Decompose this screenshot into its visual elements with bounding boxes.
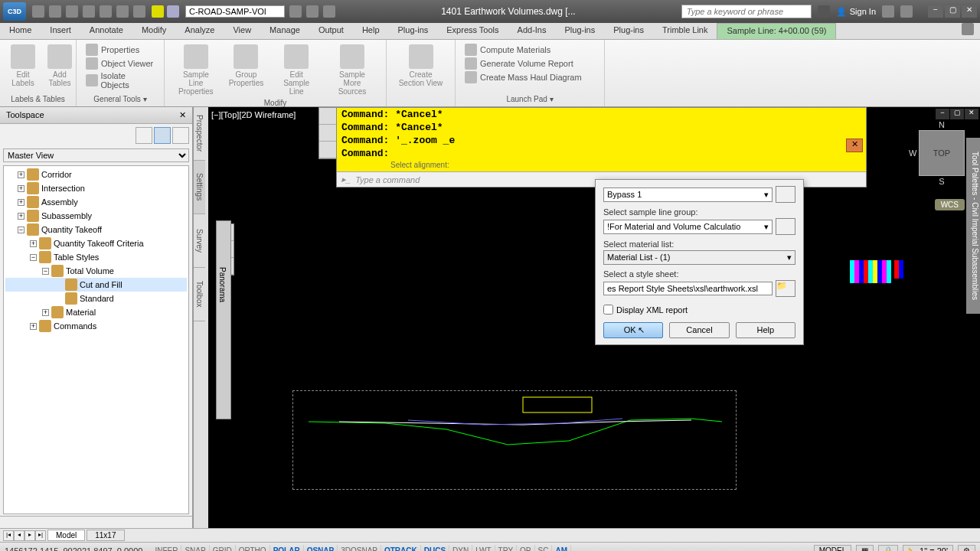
viewport-controls[interactable]: [−][Top][2D Wireframe]	[211, 110, 296, 119]
doc-minimize[interactable]: −	[936, 109, 949, 119]
exchange-icon[interactable]	[882, 5, 894, 18]
tab-prospector[interactable]: Prospector	[194, 107, 205, 161]
last-icon[interactable]: ▸|	[35, 530, 46, 541]
lock-icon[interactable]: 🔒	[878, 545, 898, 551]
plot-icon[interactable]	[100, 5, 112, 18]
status-toggle-sc[interactable]: SC	[535, 545, 553, 551]
expand-icon[interactable]: −	[30, 254, 37, 261]
tab-plugins3[interactable]: Plug-ins	[604, 23, 653, 39]
first-icon[interactable]: |◂	[3, 530, 14, 541]
sample-group-dropdown[interactable]: !For Material and Volume Calculatio ▾	[603, 220, 773, 234]
edit-labels-button[interactable]: Edit Labels	[6, 43, 40, 89]
tab-help[interactable]: Help	[353, 23, 389, 39]
tab-layout[interactable]: 11x17	[87, 530, 124, 541]
checkbox-input[interactable]	[603, 305, 613, 315]
drawing-area[interactable]: [−][Top][2D Wireframe] − ▢ ✕ N S W E TOP…	[208, 107, 980, 528]
tree-item[interactable]: +Corridor	[5, 168, 187, 181]
status-toggle-infer[interactable]: INFER	[152, 545, 181, 551]
toolbar-btn[interactable]	[154, 127, 171, 144]
cancel-button[interactable]: Cancel	[669, 322, 729, 338]
properties-button[interactable]: Properties	[83, 43, 158, 57]
expand-icon[interactable]: −	[42, 268, 49, 275]
cloud-icon[interactable]	[167, 5, 179, 18]
doc-restore[interactable]: ▢	[950, 109, 964, 119]
ribbon-minimize-icon[interactable]	[962, 23, 974, 35]
panorama-tab[interactable]: Panorama	[216, 220, 231, 419]
add-tables-button[interactable]: Add Tables	[43, 43, 77, 89]
saveas-icon[interactable]	[83, 5, 95, 18]
signin-button[interactable]: 👤 Sign In	[836, 7, 876, 17]
isolate-button[interactable]: Isolate Objects	[83, 70, 158, 90]
tab-express[interactable]: Express Tools	[437, 23, 508, 39]
status-toggle-otrack[interactable]: OTRACK	[381, 545, 421, 551]
status-toggle-snap[interactable]: SNAP	[181, 545, 209, 551]
ok-button[interactable]: OK↖	[603, 322, 663, 338]
pick-group-button[interactable]	[776, 218, 795, 235]
tree-item[interactable]: +Quantity Takeoff Criteria	[5, 236, 187, 250]
compute-materials-button[interactable]: Compute Materials	[462, 43, 598, 57]
status-toggle-tpy[interactable]: TPY	[495, 545, 517, 551]
app-logo[interactable]: C3D	[3, 2, 26, 21]
tb-btn[interactable]	[319, 125, 336, 142]
tab-manage[interactable]: Manage	[260, 23, 309, 39]
tree-item[interactable]: +Commands	[5, 319, 187, 333]
prev-icon[interactable]: ◂	[14, 530, 24, 541]
object-viewer-button[interactable]: Object Viewer	[83, 57, 158, 70]
tree-item[interactable]: −Quantity Takeoff	[5, 223, 187, 236]
pick-alignment-button[interactable]	[776, 186, 795, 203]
status-toggle-3dosnap[interactable]: 3DOSNAP	[338, 545, 381, 551]
redo-icon[interactable]	[133, 5, 145, 18]
tb-btn[interactable]	[319, 142, 336, 158]
tab-home[interactable]: Home	[0, 23, 41, 39]
status-toggle-polar[interactable]: POLAR	[270, 545, 304, 551]
tab-context-sampleline[interactable]: Sample Line: 4+00.00 (59)	[717, 23, 836, 39]
settings-tree[interactable]: +Corridor+Intersection+Assembly+Subassem…	[3, 165, 189, 514]
toolbar-btn[interactable]	[172, 127, 189, 144]
tool-palettes-tab[interactable]: Tool Palettes - Civil Imperial Subassemb…	[966, 138, 980, 314]
open-icon[interactable]	[49, 5, 61, 18]
coordinates-display[interactable]: 1456172.1415, 902021.8497, 0.0000	[5, 546, 142, 552]
tree-scrollbar[interactable]	[0, 516, 192, 528]
panel-label[interactable]: General Tools ▾	[83, 93, 158, 103]
tab-trimble[interactable]: Trimble Link	[653, 23, 717, 39]
mass-haul-button[interactable]: Create Mass Haul Diagram	[462, 70, 598, 84]
tab-toolbox[interactable]: Toolbox	[194, 268, 205, 321]
restore-button[interactable]: ▢	[945, 5, 960, 18]
expand-icon[interactable]: +	[30, 323, 37, 330]
annotation-scale[interactable]: 📐 1" = 20'	[903, 545, 953, 552]
stylesheet-field[interactable]: es Report Style Sheets\xsl\earthwork.xsl	[603, 282, 773, 295]
new-icon[interactable]	[32, 5, 44, 18]
expand-icon[interactable]: +	[18, 213, 24, 220]
grid-icon[interactable]: ▦	[856, 545, 874, 551]
bulb-icon[interactable]	[152, 5, 164, 18]
help-button[interactable]: Help	[736, 322, 795, 338]
xml-report-checkbox[interactable]: Display XML report	[603, 305, 795, 315]
tree-item[interactable]: Cut and Fill	[5, 278, 187, 292]
status-toggle-grid[interactable]: GRID	[210, 545, 236, 551]
tab-insert[interactable]: Insert	[41, 23, 80, 39]
tree-item[interactable]: +Intersection	[5, 181, 187, 195]
tab-modify[interactable]: Modify	[132, 23, 175, 39]
toolbar-btn[interactable]	[136, 127, 152, 144]
workspace-dropdown[interactable]	[185, 5, 285, 18]
status-toggle-am[interactable]: AM	[552, 545, 571, 551]
tree-item[interactable]: +Assembly	[5, 195, 187, 209]
tab-annotate[interactable]: Annotate	[80, 23, 132, 39]
help-icon[interactable]	[900, 5, 913, 18]
modelspace-toggle[interactable]: MODEL	[814, 545, 852, 551]
expand-icon[interactable]: +	[18, 199, 24, 206]
create-section-view-button[interactable]: Create Section View	[393, 43, 449, 89]
layers-icon[interactable]	[306, 5, 318, 18]
material-list-dropdown[interactable]: Material List - (1) ▾	[603, 250, 795, 265]
save-icon[interactable]	[66, 5, 78, 18]
expand-icon[interactable]: +	[18, 185, 24, 192]
next-icon[interactable]: ▸	[24, 530, 35, 541]
tab-plugins[interactable]: Plug-ins	[389, 23, 438, 39]
undo-icon[interactable]	[116, 5, 129, 18]
expand-icon[interactable]: +	[18, 171, 24, 178]
status-toggle-ducs[interactable]: DUCS	[421, 545, 449, 551]
close-button[interactable]: ✕	[962, 5, 977, 18]
alignment-dropdown[interactable]: Bypass 1 ▾	[603, 187, 773, 202]
tb-btn[interactable]	[319, 108, 336, 125]
panel-label[interactable]: Launch Pad ▾	[462, 93, 598, 103]
